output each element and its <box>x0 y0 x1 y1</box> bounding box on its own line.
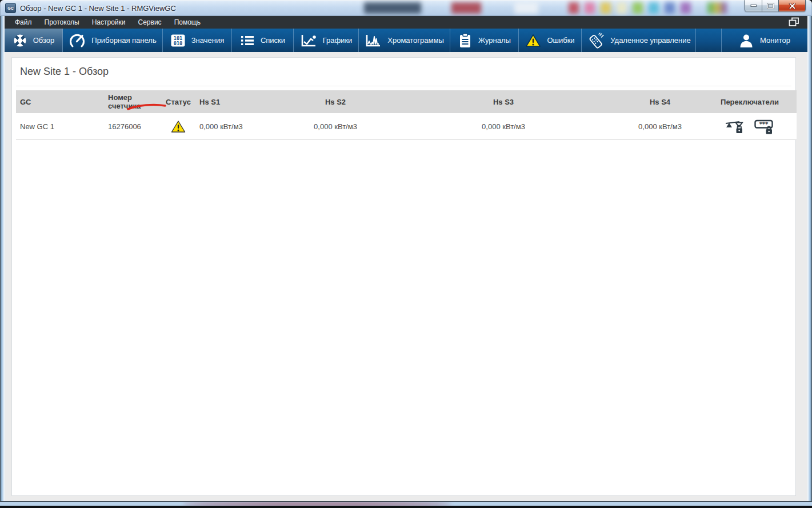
col-hs-s1: Hs S1 <box>195 90 281 113</box>
minimize-button[interactable] <box>745 0 762 11</box>
menu-service[interactable]: Сервис <box>138 18 162 26</box>
password-lock-icon[interactable]: *** <box>754 118 775 134</box>
tab-remote-control[interactable]: Удаленное управление <box>582 29 696 52</box>
window-border-right <box>807 16 812 506</box>
tab-errors[interactable]: Ошибки <box>519 29 582 52</box>
col-hs-s3: Hs S3 <box>390 90 617 113</box>
title-bar[interactable]: GC Обзор - New GC 1 - New Site 1 - RMGVi… <box>0 0 812 16</box>
tab-lists[interactable]: Списки <box>232 29 294 52</box>
menu-bar: Файл Протоколы Настройки Сервис Помощь <box>5 16 807 29</box>
gc-overview-table: GC Номер счетчика Статус Hs S1 Hs S2 Hs … <box>16 90 797 140</box>
tab-journals[interactable]: Журналы <box>450 29 519 52</box>
table-row[interactable]: New GC 1 16276006 0,000 кВт/м3 0,000 кВт… <box>16 113 797 140</box>
close-icon <box>789 3 796 9</box>
overview-panel: New Site 1 - Обзор GC Номер счетчика Ста… <box>11 57 796 496</box>
col-hs-s2: Hs S2 <box>281 90 390 113</box>
window-border-left <box>0 16 5 506</box>
cell-gc-name: New GC 1 <box>16 113 104 140</box>
app-icon: GC <box>5 3 16 13</box>
list-icon <box>240 35 255 46</box>
tab-monitor[interactable]: Монитор <box>722 29 807 52</box>
life-buoy-icon <box>13 33 27 48</box>
toolbar-spacer <box>696 29 722 52</box>
menu-settings[interactable]: Настройки <box>92 18 126 26</box>
heading-divider <box>16 86 791 86</box>
tab-label: Приборная панель <box>91 36 156 45</box>
tab-dashboard[interactable]: Приборная панель <box>63 29 163 52</box>
close-button[interactable] <box>778 0 806 11</box>
tab-label: Ошибки <box>547 36 574 45</box>
minimize-icon <box>750 4 757 7</box>
cascade-windows-icon <box>789 17 799 27</box>
svg-text:101: 101 <box>174 35 182 41</box>
col-meter-number: Номер счетчика <box>104 90 161 113</box>
calibration-lock-icon[interactable] <box>725 118 745 134</box>
desktop-strip <box>0 506 812 508</box>
cell-hs-s2: 0,000 кВт/м3 <box>281 113 390 140</box>
content-frame: New Site 1 - Обзор GC Номер счетчика Ста… <box>5 52 807 501</box>
tab-label: Значения <box>191 36 224 45</box>
user-monitor-icon <box>738 33 754 49</box>
remote-control-icon <box>586 32 605 49</box>
svg-text:010: 010 <box>174 41 182 46</box>
binary-values-icon: 101 010 <box>170 34 186 47</box>
tab-label: Монитор <box>760 36 790 45</box>
table-header-row: GC Номер счетчика Статус Hs S1 Hs S2 Hs … <box>16 90 797 113</box>
col-status: Статус <box>161 90 195 113</box>
cascade-windows-button[interactable] <box>789 17 799 29</box>
cell-hs-s3: 0,000 кВт/м3 <box>390 113 617 140</box>
menu-protocols[interactable]: Протоколы <box>45 18 79 26</box>
menu-help[interactable]: Помощь <box>174 18 201 26</box>
tab-values[interactable]: 101 010 Значения <box>163 29 232 52</box>
col-gc: GC <box>16 90 104 113</box>
page-title: New Site 1 - Обзор <box>20 66 109 78</box>
svg-text:***: *** <box>759 121 769 127</box>
tab-label: Удаленное управление <box>610 36 690 45</box>
tab-label: Обзор <box>33 36 55 45</box>
cell-hs-s4: 0,000 кВт/м3 <box>617 113 703 140</box>
warning-triangle-icon <box>525 34 541 47</box>
toolbar: Обзор Приборная панель 101 010 Значения <box>5 29 807 52</box>
window-controls <box>745 0 806 11</box>
window-title: Обзор - New GC 1 - New Site 1 - RMGViewG… <box>20 4 176 13</box>
maximize-button[interactable] <box>762 0 778 11</box>
chromatogram-icon <box>365 33 382 48</box>
cell-status <box>161 113 195 140</box>
tab-label: Списки <box>261 36 285 45</box>
maximize-icon <box>767 3 774 9</box>
cell-meter-number: 16276006 <box>104 113 161 140</box>
tab-charts[interactable]: Графики <box>294 29 359 52</box>
cell-hs-s1: 0,000 кВт/м3 <box>195 113 281 140</box>
col-switches: Переключатели <box>703 90 797 113</box>
line-chart-icon <box>300 33 317 48</box>
col-hs-s4: Hs S4 <box>617 90 703 113</box>
menu-file[interactable]: Файл <box>15 18 32 26</box>
journal-clipboard-icon <box>458 33 473 49</box>
cell-switches: *** <box>703 113 797 140</box>
app-window: GC Обзор - New GC 1 - New Site 1 - RMGVi… <box>0 0 812 508</box>
gauge-icon <box>69 33 86 48</box>
tab-chromatograms[interactable]: Хроматограммы <box>359 29 450 52</box>
tab-label: Хроматограммы <box>387 36 443 45</box>
tab-overview[interactable]: Обзор <box>5 29 63 52</box>
status-warning-icon <box>171 120 186 133</box>
tab-label: Журналы <box>478 36 511 45</box>
tab-label: Графики <box>323 36 353 45</box>
